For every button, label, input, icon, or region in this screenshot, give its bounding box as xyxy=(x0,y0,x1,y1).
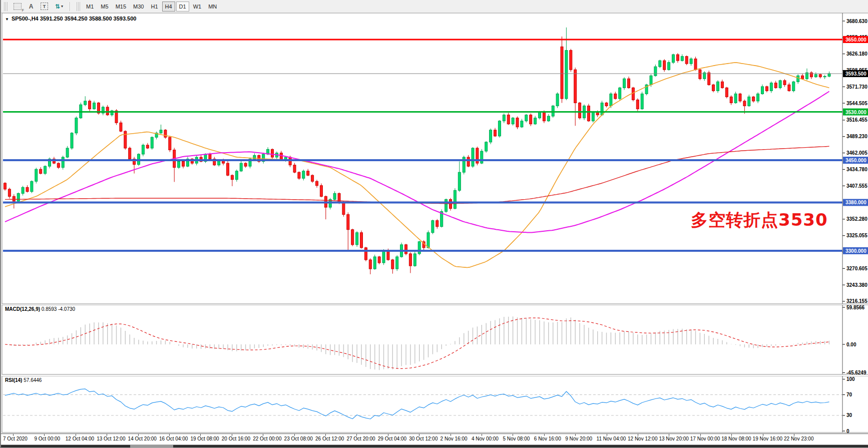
macd-name: MACD(12,26,9) xyxy=(5,306,40,312)
date-label: 9 Nov 20:00 xyxy=(565,436,592,441)
candle-body xyxy=(717,82,719,91)
date-label: 16 Oct 04:00 xyxy=(159,436,188,441)
candle-body xyxy=(405,245,407,254)
rsi-panel[interactable]: 10070300 xyxy=(1,376,868,433)
date-label: 13 Oct 12:00 xyxy=(97,436,125,441)
date-label: 30 Oct 12:00 xyxy=(409,436,438,441)
candle-body xyxy=(391,260,394,269)
candle-body xyxy=(22,187,24,193)
price-tick-label: 3434.780 xyxy=(846,167,867,172)
timeframe-button-m5[interactable]: M5 xyxy=(98,2,111,12)
candle-body xyxy=(342,202,345,214)
candle-body xyxy=(587,106,590,121)
candle-body xyxy=(307,171,309,175)
annotation-text: 多空转折点3530 xyxy=(691,209,828,232)
text-label-tool-button[interactable]: T xyxy=(38,2,51,12)
candle-body xyxy=(31,181,33,191)
candle-body xyxy=(240,163,242,171)
candle-body xyxy=(685,57,688,64)
candle-body xyxy=(378,257,380,263)
letter-a-icon: A xyxy=(29,3,34,10)
candle-body xyxy=(129,148,131,159)
candle-body xyxy=(708,73,710,85)
timeframe-button-m15[interactable]: M15 xyxy=(113,2,129,12)
date-label: 13 Nov 20:00 xyxy=(659,436,689,441)
candle-body xyxy=(311,175,314,181)
candle-body xyxy=(539,112,541,118)
price-badge-label: 3530.000 xyxy=(845,110,866,115)
time-axis[interactable]: 7 Oct 20209 Oct 00:0012 Oct 04:0013 Oct … xyxy=(1,433,868,445)
price-tick-label: 3626.180 xyxy=(846,51,867,57)
candle-body xyxy=(364,248,367,260)
rsi-panel-frame xyxy=(2,376,868,432)
candle-body xyxy=(151,137,153,148)
arrows-tool-button[interactable]: ⇅ ▾ xyxy=(52,2,66,12)
candle-body xyxy=(35,169,38,181)
price-badge-label: 3593.500 xyxy=(845,71,866,77)
candle-body xyxy=(124,131,127,148)
candle-body xyxy=(712,85,715,91)
candle-body xyxy=(164,130,167,137)
candle-body xyxy=(699,70,701,79)
candle-body xyxy=(810,73,812,77)
candle-body xyxy=(445,199,448,211)
candle-body xyxy=(610,94,612,106)
toolbar-grip[interactable] xyxy=(77,2,81,11)
candle-body xyxy=(62,157,64,167)
timeframe-button-mn[interactable]: MN xyxy=(205,2,220,12)
timeframe-button-d1[interactable]: D1 xyxy=(176,2,189,12)
price-tick-label: 3270.605 xyxy=(846,266,867,271)
timeframe-button-group: M1M5M15M30H1H4D1W1MN xyxy=(83,2,220,12)
letter-t-frame-icon: T xyxy=(41,3,48,10)
scrollbar-thumb[interactable] xyxy=(173,445,868,447)
date-label: 29 Oct 04:00 xyxy=(378,436,406,441)
candle-body xyxy=(409,254,411,266)
candle-body xyxy=(761,87,764,94)
candle-body xyxy=(302,171,305,178)
candle-body xyxy=(8,189,11,196)
date-label: 6 Nov 16:00 xyxy=(534,436,561,441)
timeframe-button-m30[interactable]: M30 xyxy=(130,2,147,12)
macd-panel[interactable]: 59.85660.00-45.6249 xyxy=(1,305,868,375)
timeframe-button-h1[interactable]: H1 xyxy=(148,2,161,12)
text-tool-button[interactable]: A xyxy=(26,2,37,12)
candle-body xyxy=(681,57,683,61)
main-price-chart[interactable]: 3680.6303653.4053626.1803598.9553571.730… xyxy=(1,13,868,304)
date-label: 22 Nov 23:00 xyxy=(784,436,814,441)
candle-body xyxy=(579,103,581,118)
horizontal-scrollbar[interactable] xyxy=(1,444,868,448)
candle-body xyxy=(623,79,626,88)
candle-body xyxy=(454,190,456,208)
scrollbar-track-gap xyxy=(130,445,173,447)
price-tick-label: 3407.555 xyxy=(846,183,867,189)
price-badge-label: 3650.000 xyxy=(845,37,866,43)
date-label: 4 Nov 00:00 xyxy=(472,436,499,441)
candle-body xyxy=(592,112,594,121)
timeframe-button-h4[interactable]: H4 xyxy=(162,2,175,12)
price-tick-label: 3325.055 xyxy=(846,233,867,238)
candle-body xyxy=(757,94,759,101)
candle-body xyxy=(431,221,434,233)
candle-body xyxy=(71,133,73,148)
candle-body xyxy=(271,149,274,157)
date-label: 2 Nov 16:00 xyxy=(441,436,468,441)
rsi-tick-label: 70 xyxy=(846,392,852,397)
candle-body xyxy=(387,251,389,260)
candle-body xyxy=(40,169,42,173)
symbol-dropdown-icon[interactable]: ▼ xyxy=(5,17,9,22)
candle-body xyxy=(360,233,363,248)
price-tick-label: 3544.505 xyxy=(846,101,867,106)
candle-body xyxy=(458,172,461,190)
candle-body xyxy=(672,55,675,63)
candle-body xyxy=(293,165,296,172)
chart-shift-icon[interactable]: F xyxy=(11,2,25,12)
toolbar-separator xyxy=(70,2,71,11)
timeframe-button-w1[interactable]: W1 xyxy=(190,2,205,12)
date-label: 12 Oct 04:00 xyxy=(66,436,94,441)
timeframe-button-m1[interactable]: M1 xyxy=(83,2,97,12)
candle-body xyxy=(521,121,523,127)
toolbar-grip[interactable] xyxy=(4,2,8,11)
candle-body xyxy=(730,97,732,103)
scrollbar-thumb[interactable] xyxy=(1,445,130,447)
candle-body xyxy=(734,94,737,103)
